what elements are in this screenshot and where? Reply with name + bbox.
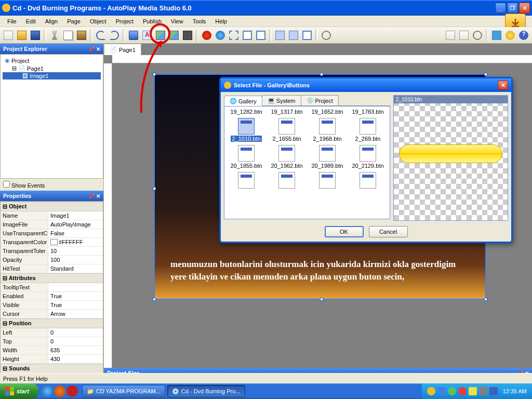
annotation-circle [150,23,170,44]
button-preview [399,144,502,163]
cancel-button[interactable]: Cancel [369,226,408,237]
firefox-icon[interactable] [54,385,65,397]
dialog-titlebar[interactable]: Select File - Gallery\Buttons ✕ [221,78,511,92]
open-button[interactable] [16,29,28,42]
file-item[interactable] [308,172,347,189]
file-item[interactable] [348,172,388,189]
project-explorer-panel[interactable]: ◉Project ⊟ 📄 Page1 🖼 Image1 [0,54,103,179]
preview-pane: 2_1010.btn [393,95,508,221]
file-item[interactable]: 2_1655.btn [267,118,307,142]
undo-button[interactable] [95,29,107,42]
new-button[interactable] [2,29,15,42]
help-button[interactable]: ? [517,29,530,42]
close-button[interactable]: ✕ [519,3,530,14]
tray-icon[interactable] [479,387,487,395]
tray-icon[interactable] [448,387,456,395]
ok-button[interactable]: OK [325,226,364,237]
ie-icon[interactable] [42,385,53,397]
copy-button[interactable] [62,29,74,42]
propgroup-sounds[interactable]: ⊟ Sounds [1,364,103,374]
paste-button[interactable] [75,29,88,42]
maximize-button[interactable]: ❐ [507,3,518,14]
clock[interactable]: 12:35 AM [503,388,527,394]
minimize-button[interactable]: _ [495,3,506,14]
insert-listbox-button[interactable] [255,29,267,42]
start-button[interactable]: start [0,383,38,399]
tray-icon[interactable] [427,387,435,395]
insert-combobox-button[interactable] [274,29,286,42]
build-button[interactable] [504,29,516,42]
dialog-close-button[interactable]: ✕ [498,81,508,90]
insert-web-button[interactable] [214,29,227,42]
menu-align[interactable]: Align [41,17,62,25]
insert-input-button[interactable] [241,29,254,42]
system-tray[interactable]: 12:35 AM [422,383,532,399]
propgroup-attributes[interactable]: ⊟ Attributes [1,273,103,283]
tree-page[interactable]: ⊟ 📄 Page1 [3,64,101,72]
document-tab[interactable]: 📄 Page1 [104,44,141,55]
remove-page-button[interactable] [458,29,470,42]
menu-project[interactable]: Project [112,17,138,25]
tray-icon[interactable] [469,387,477,395]
svg-rect-0 [5,387,9,391]
taskbar-item-active[interactable]: 💿 Cd - Dvd Burning Pro... [167,385,245,397]
save-button[interactable] [29,29,42,42]
window-titlebar: Cd - Dvd Burning Programs - AutoPlay Med… [0,0,532,16]
dialog-title: Select File - Gallery\Buttons [234,82,310,88]
redo-button[interactable] [108,29,121,42]
menu-page[interactable]: Page [63,17,85,25]
insert-video-button[interactable] [181,29,194,42]
preview-filename: 2_1010.btn [394,96,508,103]
menu-tools[interactable]: Tools [189,17,210,25]
file-item-selected[interactable]: 2_1010.btn [227,118,266,142]
menu-edit[interactable]: Edit [22,17,40,25]
file-item[interactable]: 20_2129.btn [348,145,388,169]
menu-object[interactable]: Object [86,17,111,25]
tray-icon[interactable] [437,387,446,395]
file-item[interactable]: 19_1783.btn [348,109,388,115]
file-item[interactable]: 19_1317.btn [267,109,307,115]
tab-gallery[interactable]: 🌐 Gallery [224,96,262,106]
app-icon[interactable] [66,385,78,397]
cut-button[interactable] [48,29,61,42]
taskbar-item[interactable]: 📁 CD YAZMA PROGRAM... [82,385,165,397]
tray-icon[interactable] [458,387,467,395]
insert-flash-button[interactable] [201,29,213,42]
quick-launch [38,385,81,397]
file-item[interactable]: 2_1968.btn [308,118,347,142]
tree-project[interactable]: ◉Project [3,57,101,64]
file-item[interactable]: 20_1855.btn [227,145,266,169]
file-item[interactable] [227,172,266,189]
zoom-button[interactable] [320,29,332,42]
file-item[interactable]: 19_1282.btn [227,109,266,115]
file-item[interactable] [267,172,307,189]
preview-button[interactable] [490,29,503,42]
add-page-button[interactable] [444,29,457,42]
insert-progress-button[interactable] [287,29,300,42]
menu-help[interactable]: Help [211,17,231,25]
annotation-arrow [139,43,170,115]
file-item[interactable]: 20_1989.btn [308,145,347,169]
file-item[interactable]: 19_1652.btn [308,109,347,115]
page-props-button[interactable] [471,29,484,42]
tab-system[interactable]: 💻 System [262,95,301,105]
file-item[interactable]: 2_269.btn [348,118,388,142]
propgroup-object[interactable]: ⊟ Object [1,202,103,211]
file-list[interactable]: 19_1282.btn 19_1317.btn 19_1652.btn 19_1… [224,106,390,219]
tree-image[interactable]: 🖼 Image1 [3,72,101,79]
windows-taskbar: start 📁 CD YAZMA PROGRAM... 💿 Cd - Dvd B… [0,383,532,399]
menu-file[interactable]: File [3,17,21,25]
insert-hotspot-button[interactable] [228,29,240,42]
propgroup-position[interactable]: ⊟ Position [1,318,103,328]
properties-panel[interactable]: ⊟ Object NameImage1 ImageFileAutoPlay\Im… [0,201,103,390]
project-explorer-header: Project Explorer📌 ✕ [0,44,103,54]
tray-icon[interactable] [489,387,498,395]
main-toolbar: ? [0,27,532,44]
menu-view[interactable]: View [167,17,188,25]
tab-project[interactable]: 💿 Project [301,95,339,105]
insert-button-button[interactable] [127,29,140,42]
ruler-horizontal [112,55,532,63]
file-item[interactable]: 20_1962.btn [267,145,307,169]
insert-tree-button[interactable] [301,29,313,42]
show-events-checkbox[interactable]: Show Events [0,179,103,191]
